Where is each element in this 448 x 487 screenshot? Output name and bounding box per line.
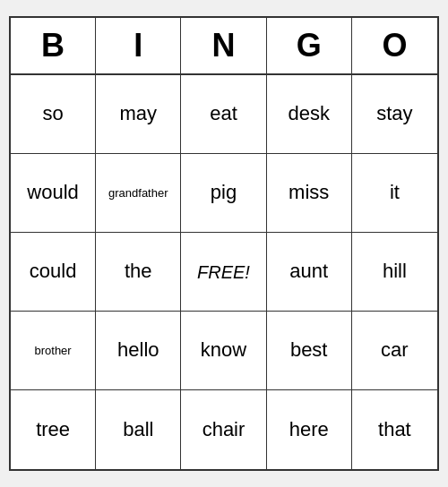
bingo-cell: car (352, 312, 437, 390)
header-letter: B (11, 18, 96, 73)
bingo-cell: hill (352, 233, 437, 312)
cell-text: best (290, 338, 328, 362)
cell-text: may (120, 102, 158, 125)
cell-text: know (201, 338, 246, 362)
bingo-cell: FREE! (181, 233, 266, 312)
bingo-cell: chair (181, 390, 266, 469)
bingo-cell: here (267, 390, 352, 469)
bingo-cell: best (267, 312, 352, 390)
bingo-header: BINGO (11, 18, 437, 75)
cell-text: grandfather (108, 186, 168, 201)
cell-text: pig (211, 181, 237, 204)
bingo-cell: miss (267, 154, 352, 233)
cell-text: brother (34, 344, 71, 358)
bingo-cell: may (96, 75, 181, 154)
cell-text: tree (36, 418, 70, 441)
bingo-grid: somayeatdeskstaywouldgrandfatherpigmissi… (11, 75, 437, 469)
header-letter: I (96, 18, 181, 73)
cell-text: aunt (289, 260, 328, 283)
cell-text: chair (202, 418, 246, 441)
cell-text: the (125, 260, 152, 283)
bingo-cell: brother (11, 312, 96, 390)
cell-text: would (27, 181, 78, 204)
bingo-cell: pig (181, 154, 266, 233)
bingo-cell: so (11, 75, 96, 154)
header-letter: N (181, 18, 266, 73)
cell-text: stay (376, 102, 412, 125)
bingo-cell: would (11, 154, 96, 233)
cell-text: so (42, 102, 63, 125)
bingo-cell: tree (11, 390, 96, 469)
bingo-cell: know (181, 312, 266, 390)
bingo-cell: ball (96, 390, 181, 469)
cell-text: hill (383, 260, 407, 283)
bingo-cell: hello (96, 312, 181, 390)
cell-text: ball (123, 418, 153, 441)
cell-text: could (30, 260, 77, 283)
cell-text: desk (288, 102, 329, 125)
cell-text: FREE! (197, 261, 250, 283)
bingo-card: BINGO somayeatdeskstaywouldgrandfatherpi… (9, 16, 439, 471)
bingo-cell: could (11, 233, 96, 312)
header-letter: O (352, 18, 437, 73)
bingo-cell: that (352, 390, 437, 469)
cell-text: hello (117, 338, 159, 362)
bingo-cell: stay (352, 75, 437, 154)
cell-text: here (289, 418, 329, 441)
header-letter: G (267, 18, 352, 73)
bingo-cell: eat (181, 75, 266, 154)
cell-text: that (378, 418, 411, 441)
bingo-cell: aunt (267, 233, 352, 312)
cell-text: miss (289, 181, 329, 204)
bingo-cell: the (96, 233, 181, 312)
bingo-cell: desk (267, 75, 352, 154)
bingo-cell: grandfather (96, 154, 181, 233)
cell-text: it (390, 181, 400, 204)
cell-text: car (381, 338, 409, 362)
cell-text: eat (210, 102, 237, 125)
bingo-cell: it (352, 154, 437, 233)
